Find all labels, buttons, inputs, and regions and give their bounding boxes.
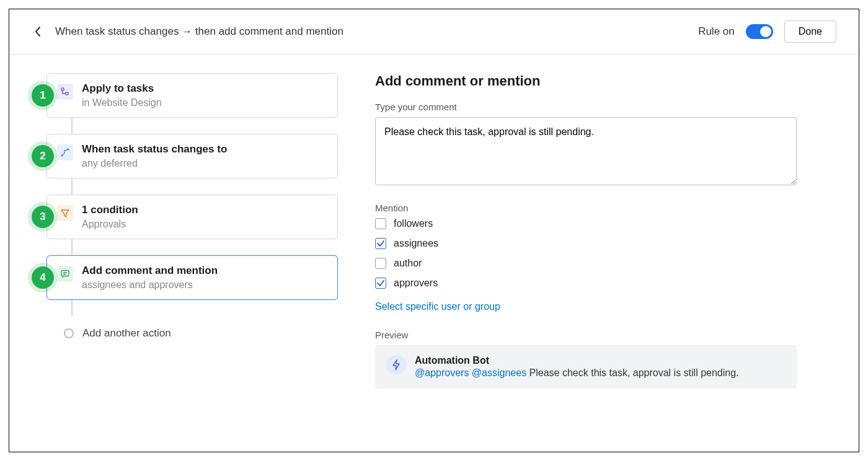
preview-box: Automation Bot @approvers @assignees Ple…: [375, 345, 797, 389]
step-connector: [71, 239, 73, 255]
mention-label: followers: [394, 218, 433, 229]
preview-bot-name: Automation Bot: [415, 355, 739, 366]
step-title: 1 condition: [82, 204, 138, 216]
lightning-icon: [392, 359, 401, 371]
preview-mentions: @approvers @assignees: [415, 367, 526, 378]
step-badge-3: 3: [32, 206, 54, 228]
tree-icon: [57, 84, 73, 100]
step-card-3[interactable]: Add comment and mention assignees and ap…: [46, 255, 338, 300]
svg-rect-0: [61, 88, 64, 90]
checkbox-approvers[interactable]: [375, 278, 386, 289]
add-action-button[interactable]: Add another action: [64, 327, 338, 340]
step-subtitle: Approvals: [82, 219, 138, 230]
step-badge-1: 1: [32, 84, 54, 107]
step-subtitle: in Website Design: [82, 97, 162, 108]
header-bar: When task status changes → then add comm…: [9, 9, 859, 55]
comment-field-label: Type your comment: [375, 102, 797, 112]
step-card-2[interactable]: 1 condition Approvals: [46, 195, 338, 239]
mention-item-assignees[interactable]: assignees: [375, 238, 797, 249]
comment-icon: [57, 266, 73, 282]
step-connector: [71, 178, 73, 195]
step-badge-4: 4: [32, 266, 54, 289]
add-circle-icon: [64, 328, 74, 338]
done-button[interactable]: Done: [784, 20, 836, 43]
mention-item-author[interactable]: author: [375, 258, 797, 269]
step-connector: [71, 118, 73, 134]
preview-body: Please check this task, approval is stil…: [529, 367, 739, 378]
svg-rect-1: [66, 92, 68, 95]
mention-label: author: [394, 258, 422, 269]
checkbox-author[interactable]: [375, 258, 386, 269]
page-title: When task status changes → then add comm…: [55, 25, 343, 38]
step-subtitle: any deferred: [82, 158, 227, 169]
step-title: Apply to tasks: [82, 82, 162, 95]
bot-avatar: [386, 355, 406, 375]
add-action-label: Add another action: [82, 327, 171, 340]
preview-text: @approvers @assignees Please check this …: [415, 367, 739, 379]
chevron-left-icon: [34, 26, 42, 37]
back-button[interactable]: [32, 25, 44, 38]
step-card-1[interactable]: When task status changes to any deferred: [46, 134, 338, 178]
step-title: When task status changes to: [82, 143, 227, 156]
preview-section-label: Preview: [375, 330, 797, 340]
rule-toggle-label: Rule on: [698, 25, 735, 38]
mention-label: approvers: [394, 278, 438, 289]
select-user-link[interactable]: Select specific user or group: [375, 301, 500, 312]
checkbox-followers[interactable]: [375, 218, 386, 229]
comment-input[interactable]: [375, 117, 797, 185]
mention-section-label: Mention: [375, 203, 797, 213]
branch-icon: [57, 144, 73, 160]
step-subtitle: assignees and approvers: [82, 279, 218, 291]
mention-label: assignees: [394, 238, 438, 249]
checkbox-assignees[interactable]: [375, 238, 386, 249]
filter-icon: [57, 205, 73, 221]
step-title: Add comment and mention: [82, 265, 218, 277]
mention-item-followers[interactable]: followers: [375, 218, 797, 229]
panel-title: Add comment or mention: [375, 73, 797, 89]
step-badge-2: 2: [32, 145, 54, 167]
step-card-0[interactable]: Apply to tasks in Website Design: [46, 73, 338, 118]
mention-item-approvers[interactable]: approvers: [375, 278, 797, 289]
step-connector: [71, 300, 73, 316]
svg-rect-4: [61, 271, 69, 276]
rule-toggle[interactable]: [746, 24, 773, 39]
